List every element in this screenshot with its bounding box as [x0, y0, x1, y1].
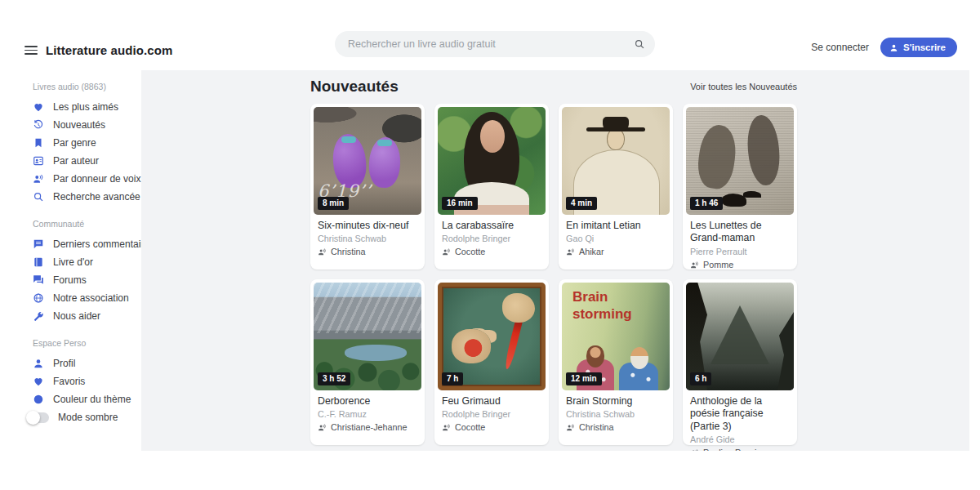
book-title[interactable]: Anthologie de la poésie française (Parti… [690, 395, 790, 433]
sidebar-item-label: Recherche avancée [53, 191, 140, 203]
search-input[interactable] [348, 38, 634, 50]
top-header: Litterature audio.com Se connecter S'ins… [0, 0, 980, 70]
sidebar-item-les-plus-aimes[interactable]: Les plus aimés [33, 101, 135, 113]
cover-art-detail [586, 127, 645, 131]
book-narrator[interactable]: Christina [566, 422, 666, 433]
sidebar-item-derniers-commentaires[interactable]: Derniers commentaires [33, 238, 135, 250]
narrator-name: Pomme [703, 260, 733, 270]
book-cover[interactable]: 16 min [438, 107, 546, 215]
duration-badge: 1 h 46 [690, 197, 723, 210]
signup-button[interactable]: S'inscrire [880, 38, 957, 57]
book-title[interactable]: En imitant Letian [566, 220, 666, 232]
sidebar-item-mode-sombre[interactable]: Mode sombre [33, 412, 135, 423]
duration-badge: 3 h 52 [318, 372, 350, 385]
page-title: Nouveautés [310, 78, 399, 96]
sidebar-item-favoris[interactable]: Favoris [33, 376, 135, 387]
book-card[interactable]: Brain storming 12 min Brain Storming Chr… [559, 279, 673, 445]
site-logo[interactable]: Litterature audio.com [46, 43, 172, 57]
app: Litterature audio.com Se connecter S'ins… [0, 0, 980, 490]
book-narrator[interactable]: Pomme [690, 260, 790, 270]
sidebar-item-recherche-avancee[interactable]: Recherche avancée [33, 191, 135, 203]
cover-art-detail [607, 128, 625, 150]
sidebar-item-label: Notre association [53, 292, 129, 304]
forum-icon [33, 274, 44, 286]
sidebar-item-par-genre[interactable]: Par genre [33, 137, 135, 149]
sidebar-item-label: Livre d'or [53, 256, 93, 268]
dark-mode-toggle[interactable] [28, 412, 49, 423]
book-card[interactable]: 6 h Anthologie de la poésie française (P… [683, 279, 797, 445]
sidebar-item-label: Par auteur [53, 155, 99, 167]
sidebar-item-profil[interactable]: Profil [33, 358, 135, 369]
voice-icon [318, 247, 327, 256]
book-card[interactable]: 16 min La carabassaïre Rodolphe Bringer … [434, 104, 549, 270]
book-title[interactable]: Feu Grimaud [442, 395, 541, 408]
comment-icon [33, 238, 44, 250]
book-cover[interactable]: 3 h 52 [314, 283, 421, 390]
globe-icon [33, 292, 44, 304]
sidebar-item-notre-association[interactable]: Notre association [33, 292, 135, 304]
sidebar-item-nous-aider[interactable]: Nous aider [33, 310, 135, 322]
sidebar-item-par-auteur[interactable]: Par auteur [33, 155, 135, 167]
book-narrator[interactable]: Cocotte [442, 247, 541, 257]
section-title: Communauté [33, 219, 135, 229]
book-cover[interactable]: 1 h 46 [686, 107, 794, 215]
sidebar-item-label: Profil [53, 358, 75, 369]
book-author: Christina Schwab [566, 409, 666, 420]
book-cover[interactable]: 7 h [438, 283, 546, 390]
book-narrator[interactable]: Christina [318, 247, 417, 257]
book-cover[interactable]: 6 h [686, 283, 794, 390]
book-title[interactable]: Brain Storming [566, 395, 666, 408]
book-card[interactable]: 7 h Feu Grimaud Rodolphe Bringer Cocotte [434, 279, 549, 445]
book-cover[interactable]: 6’19’’ 8 min [314, 107, 421, 215]
see-all-link[interactable]: Voir toutes les Nouveautés [690, 82, 797, 91]
sidebar-item-label: Nouveautés [53, 119, 105, 131]
sidebar-item-label: Les plus aimés [53, 101, 118, 113]
sidebar-item-label: Nous aider [53, 310, 100, 322]
book-card[interactable]: 6’19’’ 8 min Six-minutes dix-neuf Christ… [310, 104, 425, 270]
sidebar-item-couleur-du-theme[interactable]: Couleur du thème [33, 394, 135, 405]
cover-text: Brain storming [572, 288, 632, 323]
book-title[interactable]: Les Lunettes de Grand-maman [690, 220, 790, 245]
book-title[interactable]: Derborence [318, 395, 417, 408]
book-card[interactable]: 4 min En imitant Letian Gao Qi Ahikar [559, 104, 673, 270]
voice-icon [690, 261, 699, 270]
book-author: C.-F. Ramuz [318, 409, 417, 420]
book-card[interactable]: 1 h 46 Les Lunettes de Grand-maman Pierr… [683, 104, 797, 270]
book-grid: 6’19’’ 8 min Six-minutes dix-neuf Christ… [310, 104, 797, 445]
login-link[interactable]: Se connecter [811, 42, 869, 53]
sidebar-item-par-donneur-de-voix[interactable]: Par donneur de voix [33, 173, 135, 185]
section-title: Espace Perso [33, 338, 135, 348]
heart-icon [33, 101, 44, 113]
book-title[interactable]: La carabassaïre [442, 220, 541, 232]
wrench-icon [33, 310, 44, 322]
sidebar-item-livre-d-or[interactable]: Livre d'or [33, 256, 135, 268]
sidebar-item-label: Favoris [53, 376, 85, 387]
sidebar-item-nouveautes[interactable]: Nouveautés [33, 119, 135, 131]
narrator-name: Pauline Pucciano [703, 448, 771, 451]
logo-block[interactable]: Litterature audio.com [24, 43, 204, 57]
search-icon[interactable] [634, 38, 645, 50]
hamburger-menu-icon[interactable] [24, 46, 38, 55]
page-body: Livres audio (8863) Les plus aimés Nouve… [0, 70, 980, 451]
book-narrator[interactable]: Cocotte [442, 422, 541, 433]
book-cover[interactable]: Brain storming 12 min [562, 283, 670, 390]
search-zone [204, 31, 786, 57]
voice-icon [318, 423, 327, 432]
sidebar-item-forums[interactable]: Forums [33, 274, 135, 286]
duration-badge: 8 min [318, 197, 349, 210]
voice-icon [442, 247, 451, 256]
book-cover[interactable]: 4 min [562, 107, 670, 215]
section-title: Livres audio (8863) [33, 82, 135, 91]
heart-icon [33, 376, 44, 387]
book-title[interactable]: Six-minutes dix-neuf [318, 220, 417, 232]
search-bar[interactable] [335, 31, 655, 57]
book-narrator[interactable]: Christiane-Jehanne [318, 422, 417, 433]
cover-art-detail [586, 345, 604, 368]
sidebar-item-label: Derniers commentaires [53, 238, 154, 250]
book-card[interactable]: 3 h 52 Derborence C.-F. Ramuz Christiane… [310, 279, 425, 445]
sidebar-item-label: Couleur du thème [53, 394, 131, 405]
book-narrator[interactable]: Pauline Pucciano [690, 448, 790, 451]
book-narrator[interactable]: Ahikar [566, 247, 666, 257]
sidebar: Livres audio (8863) Les plus aimés Nouve… [0, 70, 141, 451]
sidebar-item-label: Forums [53, 274, 87, 286]
